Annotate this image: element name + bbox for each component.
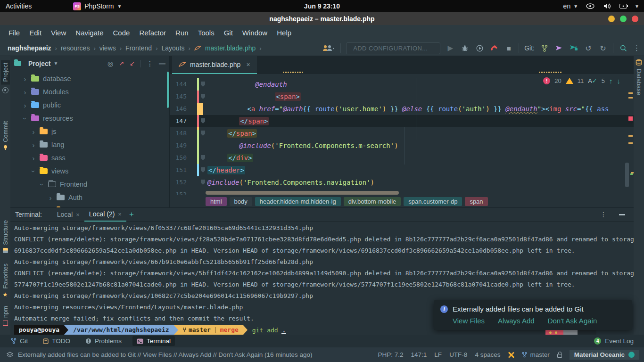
tool-window-button-problems[interactable]: Problems bbox=[81, 336, 126, 346]
fold-marker-icon[interactable] bbox=[201, 167, 205, 173]
theme-widget[interactable]: Material Oceanic bbox=[570, 350, 639, 360]
tool-window-button-structure[interactable]: Structure bbox=[0, 220, 10, 253]
code-line-150[interactable]: 150</div> bbox=[170, 152, 634, 164]
notification-action-always-add[interactable]: Always Add bbox=[498, 317, 535, 325]
git-notification-popup[interactable]: i Externally added files can be added to… bbox=[434, 300, 632, 330]
code-line-146[interactable]: 146<a href="@auth{{ route('user.home') }… bbox=[170, 103, 634, 115]
menu-run[interactable]: Run bbox=[171, 29, 193, 37]
menu-window[interactable]: Window bbox=[238, 29, 272, 37]
tree-item-database[interactable]: ›database bbox=[10, 72, 169, 85]
code-line-145[interactable]: 145<span> bbox=[170, 90, 634, 103]
menu-tools[interactable]: Tools bbox=[193, 29, 219, 37]
tool-window-button-favorites[interactable]: Favorites ★ bbox=[0, 263, 10, 298]
tree-item-views[interactable]: ›views bbox=[10, 165, 169, 178]
breadcrumb-item-naghshepaeiz[interactable]: naghshepaeiz bbox=[8, 44, 51, 52]
code-viewport[interactable]: 144@endauth145<span>146<a href="@auth{{ … bbox=[170, 74, 634, 194]
tool-window-button-project[interactable]: Project bbox=[0, 60, 10, 93]
app-menu[interactable]: PS PhpStorm ▼ bbox=[73, 2, 122, 10]
horizontal-scrollbar[interactable] bbox=[206, 191, 399, 195]
fold-marker-icon[interactable] bbox=[201, 118, 205, 123]
project-panel-title[interactable]: Project bbox=[28, 60, 50, 67]
breadcrumb-chip-html[interactable]: html bbox=[206, 197, 227, 206]
line-separator[interactable]: LF bbox=[434, 351, 442, 358]
terminal-tab-1[interactable]: Local× bbox=[52, 208, 84, 222]
status-message[interactable]: Externally added files can be added to G… bbox=[7, 351, 312, 358]
tools-icon[interactable] bbox=[508, 352, 514, 358]
run-button[interactable]: ▶ bbox=[446, 43, 455, 53]
local-history-icon[interactable]: ↺ bbox=[584, 43, 593, 53]
update-project-icon[interactable]: ↻ bbox=[598, 43, 608, 53]
maximize-button[interactable] bbox=[620, 16, 627, 22]
debug-icon[interactable] bbox=[460, 43, 470, 53]
search-everywhere-icon[interactable] bbox=[619, 43, 628, 53]
tree-item-frontend[interactable]: ›Frontend bbox=[10, 178, 169, 191]
keyboard-layout-indicator[interactable]: en▼ bbox=[563, 2, 578, 10]
tool-window-button-database[interactable]: Database bbox=[634, 59, 644, 95]
tree-item-lang[interactable]: ›lang bbox=[10, 138, 169, 151]
tree-item-modules[interactable]: ›Modules bbox=[10, 85, 169, 99]
breadcrumb-chip-span[interactable]: span bbox=[465, 197, 487, 206]
editor-area[interactable]: master.blade.php × ! 20 11 A✓ 5 ↑ ↓ 144@… bbox=[170, 56, 634, 207]
tab-master-blade-php[interactable]: master.blade.php × bbox=[172, 56, 257, 74]
tree-item-auth[interactable]: ›Auth bbox=[10, 191, 169, 204]
close-tab-icon[interactable]: × bbox=[118, 211, 122, 218]
locate-file-icon[interactable]: ◎ bbox=[107, 60, 113, 67]
profiler-phone-icon[interactable] bbox=[489, 43, 499, 53]
breadcrumb-item-Frontend[interactable]: Frontend bbox=[125, 44, 152, 52]
window-title-bar[interactable]: naghshepaeiz – master.blade.php bbox=[0, 12, 644, 25]
tool-window-button-terminal[interactable]: Terminal bbox=[132, 336, 175, 346]
breadcrumb-chip-span[interactable]: span.customer-dp bbox=[404, 197, 462, 206]
code-line-152[interactable]: 152@include('Frontend.Components.navigat… bbox=[170, 176, 634, 189]
event-log-button[interactable]: 4Event Log bbox=[594, 337, 634, 345]
breadcrumb-item-Layouts[interactable]: Layouts bbox=[162, 44, 185, 52]
fold-marker-icon[interactable] bbox=[201, 131, 205, 136]
eye-icon[interactable] bbox=[586, 1, 595, 11]
breadcrumb-chip-body[interactable]: body bbox=[230, 197, 252, 206]
tool-window-button-todo[interactable]: TODO bbox=[39, 336, 74, 346]
fold-marker-icon[interactable] bbox=[201, 94, 205, 99]
file-encoding[interactable]: UTF-8 bbox=[449, 351, 467, 358]
breadcrumb-item-resources[interactable]: resources bbox=[61, 44, 90, 52]
hide-panel-icon[interactable]: — bbox=[159, 60, 165, 67]
new-terminal-tab-button[interactable]: + bbox=[129, 210, 134, 219]
expand-all-icon[interactable]: ↗ bbox=[119, 60, 124, 67]
run-with-coverage-icon[interactable] bbox=[475, 43, 484, 53]
breadcrumb-chip-header[interactable]: header.hidden-md.hidden-lg bbox=[255, 197, 341, 206]
tree-item-js[interactable]: ›js bbox=[10, 125, 169, 138]
menu-view[interactable]: View bbox=[46, 29, 71, 37]
run-configuration-select[interactable]: ADD CONFIGURATION... bbox=[346, 42, 440, 54]
tree-item-components[interactable]: ›Components bbox=[10, 204, 169, 207]
caret-position[interactable]: 147:1 bbox=[411, 351, 427, 358]
activities-button[interactable]: Activities bbox=[6, 2, 32, 10]
command-cursor[interactable]: . bbox=[281, 326, 286, 334]
chevron-down-icon[interactable]: ▼ bbox=[53, 61, 58, 66]
tree-item-sass[interactable]: ›sass bbox=[10, 151, 169, 165]
notification-action-don-t-ask-again[interactable]: Don't Ask Again bbox=[548, 317, 597, 325]
git-branch-icon[interactable] bbox=[540, 43, 549, 53]
tree-item-resources[interactable]: ›resources bbox=[10, 112, 169, 125]
typed-command[interactable]: git add bbox=[252, 327, 278, 334]
menu-help[interactable]: Help bbox=[272, 29, 296, 37]
close-tab-icon[interactable]: × bbox=[76, 211, 80, 218]
menu-edit[interactable]: Edit bbox=[25, 29, 46, 37]
fold-marker-icon[interactable] bbox=[201, 180, 205, 185]
notification-action-view-files[interactable]: View Files bbox=[453, 317, 485, 325]
code-with-me-icon[interactable] bbox=[322, 43, 335, 53]
readonly-lock-icon[interactable] bbox=[557, 354, 562, 358]
tree-item-public[interactable]: ›public bbox=[10, 99, 169, 112]
vertical-scrollbar[interactable] bbox=[625, 163, 629, 187]
tool-window-button-npm[interactable]: npm bbox=[0, 306, 10, 326]
git-push-icon[interactable] bbox=[554, 43, 564, 53]
more-options-icon[interactable]: ⋮ bbox=[633, 44, 640, 52]
php-version[interactable]: PHP: 7.2 bbox=[378, 351, 404, 358]
code-line-147[interactable]: 147</span> bbox=[170, 115, 634, 127]
menu-file[interactable]: File bbox=[4, 29, 25, 37]
menu-code[interactable]: Code bbox=[108, 29, 135, 37]
tool-window-button-git[interactable]: Git bbox=[7, 336, 32, 346]
git-branch-widget[interactable]: master bbox=[522, 351, 549, 358]
battery-icon[interactable] bbox=[619, 4, 627, 8]
code-line-151[interactable]: 151</header> bbox=[170, 164, 634, 176]
menu-navigate[interactable]: Navigate bbox=[71, 29, 108, 37]
menu-refactor[interactable]: Refactor bbox=[134, 29, 171, 37]
breadcrumb-item-file[interactable]: master.blade.php bbox=[205, 44, 256, 52]
